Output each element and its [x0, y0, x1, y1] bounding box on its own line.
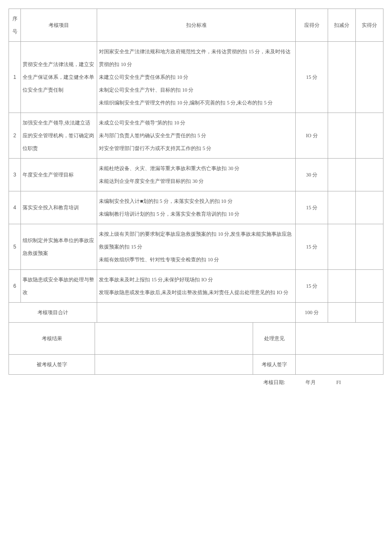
- row-item: 加强安全生产领导,依法建立适应的安全管理机构，签订确定岗位职责: [21, 113, 97, 159]
- row-score: 15 分: [296, 42, 328, 113]
- result-value: [95, 323, 253, 355]
- total-standard-blank: [97, 303, 296, 323]
- header-row: 序号 考核项目 扣分标准 应得分 扣减分 实得分: [9, 9, 383, 42]
- opinion-value: [296, 323, 383, 355]
- header-actual: 实得分: [356, 9, 383, 42]
- table-row: 6 事故隐患或安全事故的处理与整改 发生事故未及时上报扣 15 分,未保护好现场…: [9, 270, 383, 303]
- row-num: 1: [9, 42, 21, 113]
- row-actual: [356, 42, 383, 113]
- table-row: 4 落实安全投入和教育培训 未编制安全投入计■划的扣 5 分，未落实安全投入的扣…: [9, 191, 383, 224]
- date-line: 考核日期: 年月 FI: [9, 375, 383, 387]
- row-deduct: [328, 113, 356, 159]
- opinion-label: 处理意见: [253, 323, 296, 355]
- examinee-sig-value: [95, 355, 253, 375]
- signature-row: 被考核人签字 考核人签字: [9, 355, 383, 375]
- examiner-sig-label: 考核人签字: [253, 355, 296, 375]
- row-score: 15 分: [296, 224, 328, 270]
- row-deduct: [328, 224, 356, 270]
- row-standard: 未按上级有关部门的要求制定事故应急救援预案的扣 10 分,发生事故未能实施事故应…: [97, 224, 296, 270]
- row-num: 4: [9, 191, 21, 224]
- row-num: 6: [9, 270, 21, 303]
- header-num: 序号: [9, 9, 21, 42]
- row-actual: [356, 270, 383, 303]
- row-deduct: [328, 270, 356, 303]
- row-standard: 未编制安全投入计■划的扣 5 分，未落实安全投入的扣 10 分未编制教行培训计划…: [97, 191, 296, 224]
- date-ym: 年月: [306, 379, 316, 385]
- date-label: 考核日期:: [263, 379, 285, 385]
- row-score: 15 分: [296, 191, 328, 224]
- row-deduct: [328, 191, 356, 224]
- header-item: 考核项目: [21, 9, 97, 42]
- row-deduct: [328, 159, 356, 191]
- row-score: IO 分: [296, 113, 328, 159]
- table-row: 1 贯彻安全生产法律法规，建立安全生产保证体系，建立健全本单位安全生产责任制 对…: [9, 42, 383, 113]
- row-num: 5: [9, 224, 21, 270]
- row-actual: [356, 159, 383, 191]
- row-standard: 发生事故未及时上报扣 15 分,未保护好现场扣 IO 分发现事故隐患或发生事故后…: [97, 270, 296, 303]
- table-row: 5 组织制定并实施本单位的事故应急救援预案 未按上级有关部门的要求制定事故应急救…: [9, 224, 383, 270]
- row-deduct: [328, 42, 356, 113]
- header-standard: 扣分标准: [97, 9, 296, 42]
- row-score: 30 分: [296, 159, 328, 191]
- row-item: 事故隐患或安全事故的处理与整改: [21, 270, 97, 303]
- date-fi: FI: [336, 379, 341, 385]
- row-item: 组织制定并实施本单位的事故应急救援预案: [21, 224, 97, 270]
- row-actual: [356, 224, 383, 270]
- total-actual: [356, 303, 383, 323]
- result-label: 考核结果: [9, 323, 95, 355]
- row-num: 3: [9, 159, 21, 191]
- row-standard: 对国家安全生产法律法规和地方政府规范性文件，未传达贯彻的扣 15 分，未及时传达…: [97, 42, 296, 113]
- total-deduct: [328, 303, 356, 323]
- row-item: 贯彻安全生产法律法规，建立安全生产保证体系，建立健全本单位安全生产责任制: [21, 42, 97, 113]
- row-score: 15 分: [296, 270, 328, 303]
- table-row: 2 加强安全生产领导,依法建立适应的安全管理机构，签订确定岗位职责 未成立公司安…: [9, 113, 383, 159]
- row-item: 落实安全投入和教育培训: [21, 191, 97, 224]
- row-standard: 未成立公司安全生产领导"第的扣 10 分未与部门负责人签约确认安全生产责任的扣 …: [97, 113, 296, 159]
- total-label: 考核项目合计: [9, 303, 97, 323]
- examinee-sig-label: 被考核人签字: [9, 355, 95, 375]
- total-row: 考核项目合计 100 分: [9, 303, 383, 323]
- examiner-sig-value: [296, 355, 383, 375]
- result-row: 考核结果 处理意见: [9, 323, 383, 355]
- header-deduct: 扣减分: [328, 9, 356, 42]
- total-score: 100 分: [296, 303, 328, 323]
- row-item: 年度安全生产管理目标: [21, 159, 97, 191]
- header-score: 应得分: [296, 9, 328, 42]
- row-num: 2: [9, 113, 21, 159]
- assessment-table: 序号 考核项目 扣分标准 应得分 扣减分 实得分 1 贯彻安全生产法律法规，建立…: [9, 9, 383, 375]
- row-standard: 未能杜绝设备、火灾、泄漏等重大事故和重大伤亡事故扣 30 分未能达到企业年度安全…: [97, 159, 296, 191]
- row-actual: [356, 191, 383, 224]
- row-actual: [356, 113, 383, 159]
- table-row: 3 年度安全生产管理目标 未能杜绝设备、火灾、泄漏等重大事故和重大伤亡事故扣 3…: [9, 159, 383, 191]
